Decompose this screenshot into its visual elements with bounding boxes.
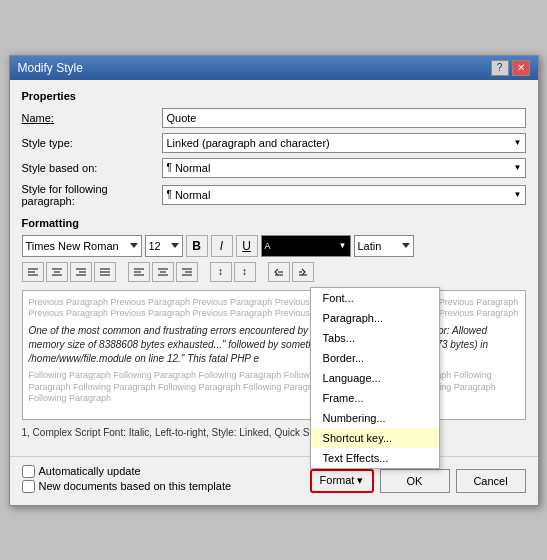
size-select[interactable]: 12 [145, 235, 183, 257]
footer-buttons: Font... Paragraph... Tabs... Border... L… [310, 469, 526, 493]
properties-label: Properties [22, 90, 526, 102]
new-docs-label: New documents based on this template [39, 480, 232, 492]
auto-update-label: Automatically update [39, 465, 141, 477]
preview-area: Previous Paragraph Previous Paragraph Pr… [22, 290, 526, 420]
style-following-label: Style for following paragraph: [22, 183, 162, 207]
style-following-select[interactable]: ¶ Normal ▼ [162, 185, 526, 205]
help-button[interactable]: ? [491, 60, 509, 76]
menu-item-font[interactable]: Font... [311, 288, 439, 308]
font-select[interactable]: Times New Roman [22, 235, 142, 257]
align-left-btn[interactable] [22, 262, 44, 282]
align-right2-btn[interactable] [176, 262, 198, 282]
cancel-button[interactable]: Cancel [456, 469, 526, 493]
format-button-wrapper: Font... Paragraph... Tabs... Border... L… [310, 469, 374, 493]
align-left2-btn[interactable] [128, 262, 150, 282]
underline-button[interactable]: U [236, 235, 258, 257]
auto-update-row: Automatically update [22, 465, 232, 478]
align-toolbar: ↕ ↕ [22, 262, 526, 282]
line-spacing2-btn[interactable]: ↕ [234, 262, 256, 282]
name-row: Name: [22, 108, 526, 128]
menu-item-paragraph[interactable]: Paragraph... [311, 308, 439, 328]
properties-section: Properties Name: Style type: Linked (par… [22, 90, 526, 207]
new-docs-row: New documents based on this template [22, 480, 232, 493]
align-justify-btn[interactable] [94, 262, 116, 282]
style-type-label: Style type: [22, 137, 162, 149]
align-right-btn[interactable] [70, 262, 92, 282]
dialog-title: Modify Style [18, 61, 83, 75]
menu-item-language[interactable]: Language... [311, 368, 439, 388]
style-type-select[interactable]: Linked (paragraph and character) ▼ [162, 133, 526, 153]
font-toolbar: Times New Roman 12 B I U A ▼ Latin [22, 235, 526, 257]
style-type-row: Style type: Linked (paragraph and charac… [22, 133, 526, 153]
auto-update-checkbox[interactable] [22, 465, 35, 478]
close-button[interactable]: ✕ [512, 60, 530, 76]
preview-content: One of the most common and frustrating e… [29, 324, 519, 366]
font-color-button[interactable]: A ▼ [261, 235, 351, 257]
preview-prev-paragraph: Previous Paragraph Previous Paragraph Pr… [29, 297, 519, 320]
preview-after-paragraph: Following Paragraph Following Paragraph … [29, 370, 519, 405]
footer-left: Automatically update New documents based… [22, 465, 232, 497]
formatting-section: Formatting Times New Roman 12 B I U A ▼ [22, 217, 526, 282]
name-label: Name: [22, 112, 162, 124]
title-bar: Modify Style ? ✕ [10, 56, 538, 80]
indent-increase-btn[interactable] [292, 262, 314, 282]
align-center2-btn[interactable] [152, 262, 174, 282]
format-menu: Font... Paragraph... Tabs... Border... L… [310, 287, 440, 469]
style-based-row: Style based on: ¶ Normal ▼ [22, 158, 526, 178]
dialog-body: Properties Name: Style type: Linked (par… [10, 80, 538, 456]
menu-item-shortcut[interactable]: Shortcut key... [311, 428, 439, 448]
style-description: 1, Complex Script Font: Italic, Left-to-… [22, 426, 526, 440]
style-following-row: Style for following paragraph: ¶ Normal … [22, 183, 526, 207]
menu-item-tabs[interactable]: Tabs... [311, 328, 439, 348]
ok-button[interactable]: OK [380, 469, 450, 493]
menu-item-border[interactable]: Border... [311, 348, 439, 368]
menu-item-frame[interactable]: Frame... [311, 388, 439, 408]
style-based-select[interactable]: ¶ Normal ▼ [162, 158, 526, 178]
modify-style-dialog: Modify Style ? ✕ Properties Name: Style … [9, 55, 539, 506]
italic-button[interactable]: I [211, 235, 233, 257]
line-spacing-btn[interactable]: ↕ [210, 262, 232, 282]
language-select[interactable]: Latin [354, 235, 414, 257]
checkboxes: Automatically update New documents based… [22, 465, 232, 493]
new-docs-checkbox[interactable] [22, 480, 35, 493]
name-input[interactable] [162, 108, 526, 128]
formatting-label: Formatting [22, 217, 526, 229]
indent-decrease-btn[interactable] [268, 262, 290, 282]
style-based-label: Style based on: [22, 162, 162, 174]
align-center-btn[interactable] [46, 262, 68, 282]
dialog-footer: Automatically update New documents based… [10, 456, 538, 505]
bold-button[interactable]: B [186, 235, 208, 257]
title-bar-buttons: ? ✕ [491, 60, 530, 76]
format-button[interactable]: Format ▾ [310, 469, 374, 493]
menu-item-numbering[interactable]: Numbering... [311, 408, 439, 428]
menu-item-text-effects[interactable]: Text Effects... [311, 448, 439, 468]
